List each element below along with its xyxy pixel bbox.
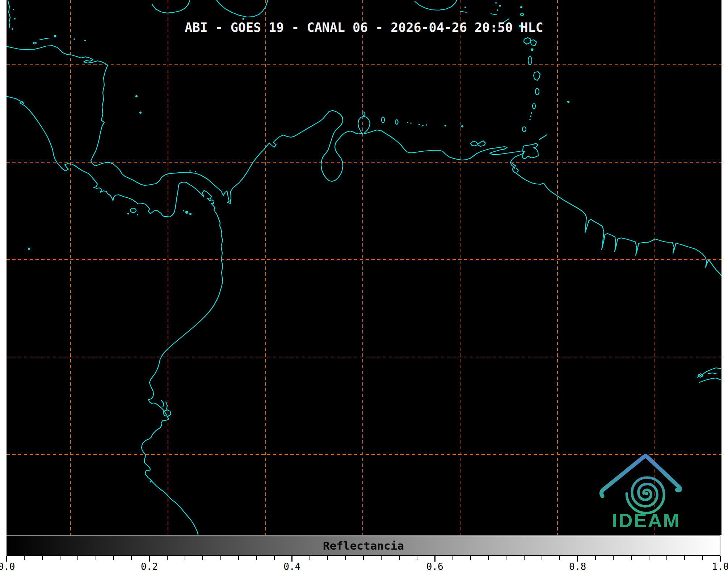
colorbar-minor-tick <box>60 556 60 560</box>
colorbar-minor-tick <box>327 556 328 560</box>
colorbar-minor-tick <box>399 556 400 560</box>
colorbar-minor-tick <box>96 556 96 560</box>
colorbar-minor-tick <box>524 556 525 560</box>
colorbar-tick-label: 1.0 <box>712 561 728 571</box>
colorbar-minor-tick <box>113 556 114 560</box>
ideam-logo-mark: IDEAM <box>601 456 680 531</box>
colorbar-tick-label: 0.8 <box>569 561 586 571</box>
colorbar-minor-tick <box>238 556 239 560</box>
colorbar-minor-tick <box>559 556 560 560</box>
colorbar-major-tick <box>291 556 293 562</box>
colorbar-major-tick <box>577 556 578 562</box>
colorbar-minor-tick <box>684 556 685 560</box>
logo-wordmark: IDEAM <box>612 509 681 531</box>
logo-mountain-icon <box>601 456 680 496</box>
colorbar-minor-tick <box>453 556 453 560</box>
colorbar-minor-tick <box>131 556 132 560</box>
colorbar-minor-tick <box>363 556 364 560</box>
logo-hurricane-spiral-icon <box>627 478 664 513</box>
colorbar-minor-tick <box>381 556 382 560</box>
colorbar-minor-tick <box>649 556 649 560</box>
colorbar-minor-tick <box>256 556 257 560</box>
colorbar-minor-tick <box>666 556 667 560</box>
ideam-logo: IDEAM <box>0 0 728 571</box>
colorbar-minor-tick <box>310 556 310 560</box>
colorbar-minor-tick <box>77 556 78 560</box>
colorbar-minor-tick <box>506 556 506 560</box>
colorbar-minor-tick <box>417 556 417 560</box>
colorbar-minor-tick <box>542 556 542 560</box>
colorbar-major-tick <box>149 556 150 562</box>
colorbar-label: Reflectancia <box>7 536 720 555</box>
colorbar-minor-tick <box>185 556 185 560</box>
colorbar-tick-label: 0.0 <box>0 561 15 571</box>
colorbar-minor-tick <box>274 556 275 560</box>
colorbar-minor-tick <box>24 556 25 560</box>
colorbar-minor-tick <box>167 556 168 560</box>
colorbar-minor-tick <box>488 556 489 560</box>
logo-spiral-eye-icon <box>645 492 648 495</box>
colorbar-major-tick <box>720 556 721 562</box>
colorbar-minor-tick <box>631 556 632 560</box>
colorbar-tick-label: 0.6 <box>426 561 443 571</box>
colorbar-minor-tick <box>345 556 346 560</box>
colorbar-major-tick <box>434 556 435 562</box>
colorbar-minor-tick <box>202 556 203 560</box>
colorbar-minor-tick <box>595 556 596 560</box>
colorbar-minor-tick <box>470 556 471 560</box>
colorbar-tick-label: 0.2 <box>141 561 158 571</box>
colorbar-minor-tick <box>220 556 221 560</box>
reflectance-colorbar: Reflectancia <box>7 536 720 556</box>
colorbar-minor-tick <box>613 556 614 560</box>
colorbar-minor-tick <box>702 556 703 560</box>
colorbar-minor-tick <box>42 556 43 560</box>
colorbar-major-tick <box>6 556 7 562</box>
colorbar-tick-label: 0.4 <box>283 561 300 571</box>
